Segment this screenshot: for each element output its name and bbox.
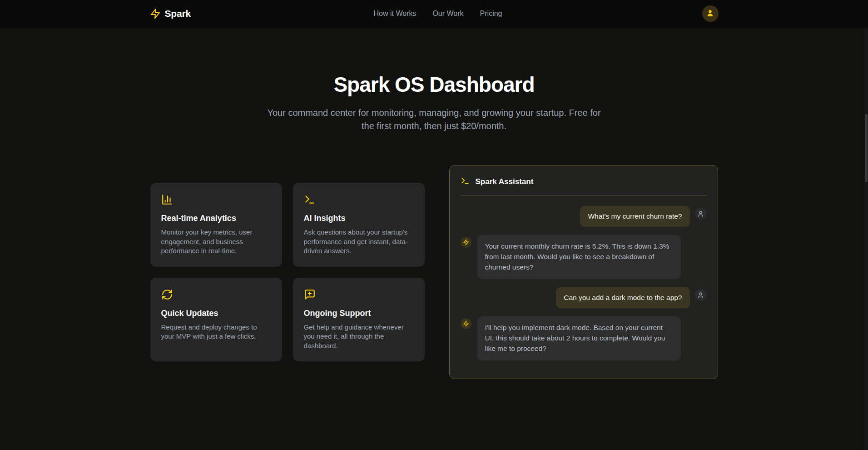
feature-description: Get help and guidance whenever you need …: [304, 323, 414, 351]
chat-message-assistant: Your current monthly churn rate is 5.2%.…: [461, 235, 707, 279]
feature-title: Ongoing Support: [304, 309, 414, 318]
nav-item-how-it-works[interactable]: How it Works: [373, 10, 416, 18]
zap-icon: [463, 239, 469, 245]
feature-grid: Real-time Analytics Monitor your key met…: [150, 183, 425, 361]
subtitle-line-1: Your command center for monitoring, mana…: [262, 106, 607, 120]
feature-card-ai-insights: AI Insights Ask questions about your sta…: [293, 183, 425, 267]
assistant-avatar: [461, 237, 471, 248]
user-icon: [697, 292, 704, 299]
chat-message-user: What's my current churn rate?: [461, 206, 707, 227]
feature-title: AI Insights: [304, 214, 414, 223]
user-message-bubble: What's my current churn rate?: [580, 206, 689, 227]
feature-description: Monitor your key metrics, user engagemen…: [161, 228, 271, 256]
user-message-bubble: Can you add a dark mode to the app?: [556, 287, 689, 308]
user-icon: [697, 210, 704, 217]
feature-title: Real-time Analytics: [161, 214, 271, 223]
spark-assistant-panel: Spark Assistant What's my current churn …: [449, 165, 718, 379]
main-content: Real-time Analytics Monitor your key met…: [0, 165, 868, 379]
nav-links: How it Works Our Work Pricing: [373, 10, 502, 18]
user-avatar: [695, 208, 707, 220]
subtitle-line-2: the first month, then just $20/month.: [262, 120, 607, 133]
scrollbar-thumb[interactable]: [865, 114, 868, 182]
assistant-message-bubble: I'll help you implement dark mode. Based…: [477, 316, 681, 360]
nav-item-our-work[interactable]: Our Work: [432, 10, 463, 18]
terminal-icon: [461, 176, 470, 187]
chat-message-assistant: I'll help you implement dark mode. Based…: [461, 316, 707, 360]
feature-card-quick-updates: Quick Updates Request and deploy changes…: [150, 278, 282, 362]
hero-section: Spark OS Dashboard Your command center f…: [0, 72, 868, 133]
feature-card-ongoing-support: Ongoing Support Get help and guidance wh…: [293, 278, 425, 362]
feature-card-realtime-analytics: Real-time Analytics Monitor your key met…: [150, 183, 282, 267]
assistant-avatar: [461, 318, 471, 329]
feature-title: Quick Updates: [161, 309, 271, 318]
chat-message-user: Can you add a dark mode to the app?: [461, 287, 707, 308]
page-title: Spark OS Dashboard: [0, 72, 868, 97]
bar-chart-icon: [161, 194, 271, 205]
feature-description: Ask questions about your startup's perfo…: [304, 228, 414, 256]
feature-description: Request and deploy changes to your MVP w…: [161, 323, 271, 341]
message-list: What's my current churn rate? Your curre…: [461, 206, 707, 360]
page-scrollbar[interactable]: [864, 28, 868, 450]
zap-icon: [463, 320, 469, 327]
assistant-panel-header: Spark Assistant: [461, 176, 707, 187]
user-avatar: [695, 289, 707, 301]
terminal-icon: [304, 194, 414, 205]
assistant-message-bubble: Your current monthly churn rate is 5.2%.…: [477, 235, 681, 279]
user-icon: [706, 9, 714, 19]
top-navigation: Spark How it Works Our Work Pricing: [0, 0, 868, 27]
refresh-icon: [161, 289, 271, 300]
user-avatar-button[interactable]: [702, 5, 719, 22]
message-square-plus-icon: [304, 289, 414, 300]
assistant-panel-title: Spark Assistant: [476, 177, 534, 186]
brand-logo[interactable]: Spark: [150, 8, 191, 19]
brand-name: Spark: [165, 8, 191, 19]
header-divider: [461, 195, 707, 195]
zap-icon: [150, 8, 161, 19]
page-subtitle: Your command center for monitoring, mana…: [262, 106, 607, 133]
nav-item-pricing[interactable]: Pricing: [480, 10, 502, 18]
